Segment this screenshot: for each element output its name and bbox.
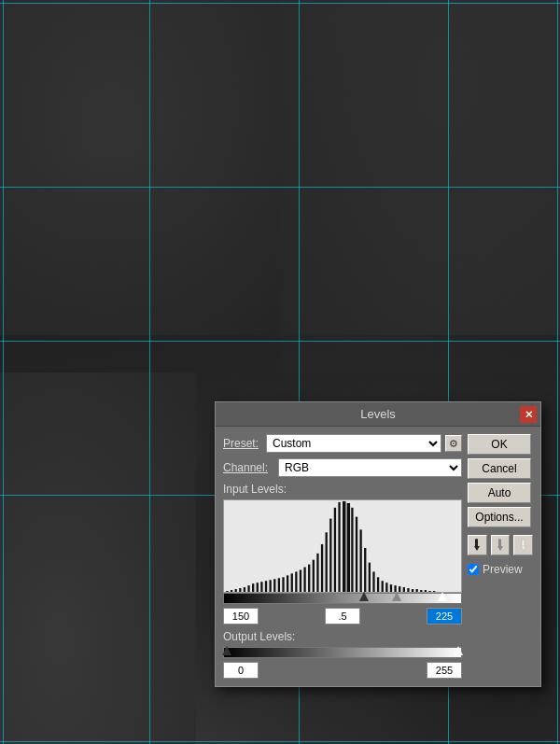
midpoint-handle[interactable] bbox=[392, 592, 401, 601]
white-point-input[interactable] bbox=[427, 608, 462, 625]
svg-rect-48 bbox=[428, 591, 430, 592]
svg-rect-47 bbox=[425, 590, 427, 592]
output-white-input[interactable] bbox=[427, 662, 462, 679]
svg-rect-18 bbox=[300, 569, 301, 592]
preset-label: Preset: bbox=[223, 437, 262, 450]
black-point-input[interactable] bbox=[223, 608, 259, 625]
output-black-input[interactable] bbox=[223, 662, 259, 679]
black-eyedropper-button[interactable] bbox=[468, 535, 487, 555]
svg-rect-35 bbox=[372, 571, 374, 592]
white-eyedropper-icon bbox=[517, 539, 530, 552]
svg-rect-3 bbox=[235, 589, 237, 592]
svg-rect-9 bbox=[260, 582, 262, 592]
output-black-handle[interactable] bbox=[222, 646, 231, 655]
svg-rect-17 bbox=[295, 571, 297, 592]
svg-rect-30 bbox=[351, 508, 353, 592]
gray-eyedropper-button[interactable] bbox=[491, 535, 511, 555]
cancel-button[interactable]: Cancel bbox=[468, 458, 531, 479]
svg-rect-2 bbox=[231, 590, 232, 592]
svg-rect-44 bbox=[412, 589, 413, 592]
black-eyedropper-icon bbox=[470, 539, 483, 552]
svg-rect-20 bbox=[308, 565, 310, 592]
svg-marker-51 bbox=[474, 546, 480, 551]
svg-rect-43 bbox=[407, 588, 409, 592]
white-point-handle[interactable] bbox=[438, 592, 447, 601]
svg-rect-11 bbox=[269, 580, 271, 592]
svg-rect-55 bbox=[498, 539, 501, 540]
svg-rect-6 bbox=[247, 585, 249, 592]
svg-rect-29 bbox=[347, 503, 350, 592]
svg-rect-45 bbox=[416, 589, 418, 592]
input-levels-label: Input Levels: bbox=[223, 483, 462, 496]
histogram-chart bbox=[224, 500, 461, 592]
input-values-row bbox=[223, 608, 462, 625]
svg-rect-58 bbox=[522, 539, 525, 540]
dialog-buttons-panel: OK Cancel Auto Options... bbox=[468, 434, 533, 679]
svg-rect-31 bbox=[356, 517, 357, 592]
output-levels-slider[interactable] bbox=[223, 647, 462, 658]
svg-rect-22 bbox=[316, 554, 318, 592]
svg-rect-33 bbox=[364, 548, 366, 592]
dialog-close-button[interactable]: ✕ bbox=[520, 406, 537, 423]
svg-rect-37 bbox=[382, 581, 384, 592]
svg-rect-32 bbox=[359, 529, 361, 592]
svg-rect-10 bbox=[265, 581, 267, 592]
auto-button[interactable]: Auto bbox=[468, 483, 531, 503]
preview-checkbox[interactable] bbox=[468, 564, 479, 575]
svg-rect-16 bbox=[291, 573, 293, 592]
histogram-area bbox=[223, 499, 462, 593]
dialog-body: Preset: Custom Default Increase Contrast… bbox=[216, 427, 540, 686]
midpoint-input[interactable] bbox=[325, 608, 360, 625]
preset-row: Preset: Custom Default Increase Contrast… bbox=[223, 434, 462, 453]
svg-rect-1 bbox=[226, 591, 228, 592]
svg-rect-39 bbox=[390, 584, 392, 592]
preset-select[interactable]: Custom Default Increase Contrast 1 Incre… bbox=[266, 434, 441, 453]
stone-shadow-2 bbox=[280, 0, 560, 372]
svg-rect-42 bbox=[403, 587, 405, 592]
levels-dialog: Levels ✕ Preset: Custom Default Increase… bbox=[215, 401, 541, 687]
white-eyedropper-button[interactable] bbox=[513, 535, 533, 555]
output-white-handle[interactable] bbox=[454, 646, 463, 655]
svg-rect-52 bbox=[475, 539, 478, 540]
svg-rect-49 bbox=[433, 591, 435, 592]
black-point-handle[interactable] bbox=[359, 592, 369, 601]
dialog-titlebar: Levels ✕ bbox=[216, 402, 540, 427]
svg-rect-34 bbox=[369, 563, 371, 592]
eyedroppers-group bbox=[468, 535, 533, 555]
svg-rect-24 bbox=[326, 532, 328, 592]
output-levels-label: Output Levels: bbox=[223, 630, 462, 643]
svg-rect-23 bbox=[321, 544, 323, 592]
svg-rect-14 bbox=[282, 577, 284, 592]
svg-rect-53 bbox=[498, 540, 501, 547]
svg-rect-40 bbox=[394, 585, 396, 592]
svg-rect-50 bbox=[475, 540, 478, 547]
svg-rect-21 bbox=[313, 560, 315, 592]
svg-rect-4 bbox=[239, 588, 241, 592]
svg-rect-5 bbox=[244, 587, 245, 592]
stone-shadow-1 bbox=[0, 0, 280, 335]
svg-rect-12 bbox=[273, 579, 275, 592]
dialog-title: Levels bbox=[360, 407, 396, 421]
svg-rect-46 bbox=[420, 590, 422, 592]
svg-rect-28 bbox=[343, 501, 345, 592]
svg-rect-25 bbox=[329, 519, 331, 592]
channel-row: Channel: RGB Red Green Blue bbox=[223, 458, 462, 477]
svg-rect-27 bbox=[338, 502, 340, 592]
ok-button[interactable]: OK bbox=[468, 434, 531, 455]
preset-gear-button[interactable]: ⚙ bbox=[445, 435, 462, 452]
svg-rect-26 bbox=[334, 508, 336, 592]
svg-rect-7 bbox=[252, 583, 254, 592]
svg-marker-57 bbox=[521, 546, 526, 551]
output-values-row bbox=[223, 662, 462, 679]
gray-eyedropper-icon bbox=[494, 539, 507, 552]
svg-rect-15 bbox=[287, 575, 288, 592]
dialog-main-panel: Preset: Custom Default Increase Contrast… bbox=[223, 434, 462, 679]
svg-rect-13 bbox=[278, 578, 280, 592]
svg-rect-19 bbox=[303, 568, 305, 592]
input-levels-slider[interactable] bbox=[223, 593, 462, 604]
channel-select[interactable]: RGB Red Green Blue bbox=[278, 458, 462, 477]
svg-rect-38 bbox=[385, 583, 387, 592]
svg-rect-8 bbox=[257, 583, 259, 592]
svg-marker-54 bbox=[497, 546, 503, 551]
options-button[interactable]: Options... bbox=[468, 507, 531, 527]
